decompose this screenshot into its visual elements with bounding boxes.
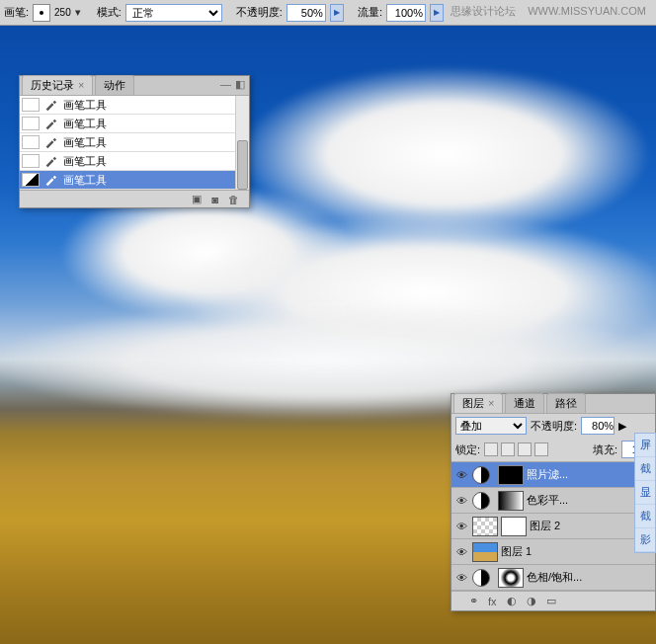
adjustment-icon [472, 466, 490, 484]
dropdown-item[interactable]: 截 [635, 505, 655, 528]
history-item[interactable]: 画笔工具 [20, 115, 249, 133]
opacity-label: 不透明度: [236, 5, 283, 20]
mode-label: 模式: [97, 5, 122, 20]
link-icon[interactable]: ⚭ [469, 595, 478, 607]
panel-minimize-icon[interactable]: — [220, 78, 231, 91]
history-checkbox[interactable] [22, 154, 40, 168]
layer-thumb[interactable] [472, 542, 498, 562]
brush-icon [41, 173, 59, 187]
fill-label: 填充: [593, 443, 617, 457]
brush-icon [41, 98, 59, 112]
history-checkbox[interactable] [22, 98, 40, 112]
history-item-label: 画笔工具 [59, 117, 107, 131]
tab-paths[interactable]: 路径 [546, 393, 586, 413]
layers-lock-row: 锁定: 填充: [451, 438, 655, 462]
lock-pixels-icon[interactable] [501, 443, 515, 456]
history-scrollbar[interactable] [235, 96, 249, 190]
dropdown-item[interactable]: 影 [635, 528, 655, 552]
layer-mask-thumb[interactable] [498, 465, 524, 485]
history-item[interactable]: 画笔工具 [20, 133, 249, 152]
blend-mode-select[interactable]: 叠加 [455, 417, 527, 435]
visibility-icon[interactable]: 👁 [453, 546, 469, 558]
brush-icon [41, 135, 59, 149]
watermark: 思缘设计论坛WWW.MISSYUAN.COM [451, 4, 646, 19]
layer-thumb[interactable] [472, 517, 498, 536]
history-footer: ▣ ◙ 🗑 [20, 190, 249, 207]
history-item[interactable]: 画笔工具 [20, 152, 249, 171]
layer-mask-thumb[interactable] [501, 517, 527, 536]
snapshot-icon[interactable]: ▣ [192, 193, 202, 205]
folder-icon[interactable]: ▭ [546, 595, 556, 607]
layer-row[interactable]: 👁 照片滤... [451, 462, 655, 488]
layer-opacity-label: 不透明度: [531, 419, 577, 434]
layer-row[interactable]: 👁 图层 2 [451, 514, 655, 539]
history-list: 画笔工具 画笔工具 画笔工具 画笔工具 画笔工具 [20, 96, 249, 190]
lock-transparency-icon[interactable] [484, 443, 498, 456]
history-item-label: 画笔工具 [59, 154, 107, 169]
history-item[interactable]: 画笔工具 [20, 96, 249, 115]
tab-channels[interactable]: 通道 [505, 393, 544, 413]
visibility-icon[interactable]: 👁 [453, 469, 469, 481]
panel-close-icon[interactable]: ◧ [235, 78, 245, 91]
history-item-label: 画笔工具 [59, 173, 107, 188]
history-item[interactable]: 画笔工具 [20, 171, 249, 190]
side-dropdown: 屏 截 显 截 影 [634, 433, 656, 553]
history-tabs: 历史记录× 动作 —◧ [20, 76, 249, 96]
visibility-icon[interactable]: 👁 [453, 521, 469, 532]
layer-mask-thumb[interactable] [498, 491, 524, 511]
mode-select[interactable]: 正常 [125, 4, 222, 22]
camera-icon[interactable]: ◙ [211, 194, 218, 205]
layer-name[interactable]: 图层 1 [501, 544, 653, 559]
layer-name[interactable]: 色相/饱和... [527, 570, 653, 585]
brush-icon [41, 117, 59, 130]
adjustment-icon [472, 492, 490, 510]
lock-position-icon[interactable] [518, 443, 532, 456]
opacity-arrow-icon[interactable]: ▶ [618, 420, 626, 433]
history-item-label: 画笔工具 [59, 98, 107, 113]
layers-blend-row: 叠加 不透明度: ▶ [451, 414, 655, 438]
history-checkbox[interactable] [22, 117, 40, 130]
tab-actions[interactable]: 动作 [95, 75, 134, 95]
layers-panel: 图层× 通道 路径 叠加 不透明度: ▶ 锁定: 填充: 👁 照片滤... 👁 [451, 393, 656, 611]
lock-label: 锁定: [455, 443, 480, 457]
flow-input[interactable] [386, 4, 426, 22]
adjustment-layer-icon[interactable]: ◑ [527, 595, 536, 607]
fx-icon[interactable]: fx [488, 596, 497, 607]
brush-label: 画笔: [4, 5, 29, 20]
layers-list: 👁 照片滤... 👁 色彩平... 👁 图层 2 👁 图层 1 👁 [451, 462, 655, 591]
history-item-label: 画笔工具 [59, 135, 107, 150]
layer-opacity-input[interactable] [581, 417, 615, 435]
lock-all-icon[interactable] [534, 443, 548, 456]
trash-icon[interactable]: 🗑 [228, 194, 239, 205]
flow-label: 流量: [358, 5, 382, 20]
brush-dropdown-icon[interactable]: ▾ [75, 6, 83, 19]
history-panel: 历史记录× 动作 —◧ 画笔工具 画笔工具 画笔工具 画笔工具 画笔工具 [19, 75, 250, 208]
tab-history[interactable]: 历史记录× [22, 75, 93, 95]
brush-icon [41, 154, 59, 168]
layers-footer: ⚭ fx ◐ ◑ ▭ [451, 591, 655, 610]
mask-icon[interactable]: ◐ [507, 595, 517, 607]
dropdown-item[interactable]: 显 [635, 481, 655, 505]
opacity-input[interactable] [287, 4, 326, 22]
layer-row[interactable]: 👁 图层 1 [451, 539, 655, 565]
history-checkbox[interactable] [22, 135, 40, 149]
tab-layers[interactable]: 图层× [453, 393, 503, 413]
layer-row[interactable]: 👁 色相/饱和... [451, 565, 655, 591]
visibility-icon[interactable]: 👁 [453, 495, 469, 507]
flow-arrow-icon[interactable]: ▶ [430, 4, 444, 22]
opacity-arrow-icon[interactable]: ▶ [330, 4, 344, 22]
visibility-icon[interactable]: 👁 [453, 572, 469, 584]
layers-tabs: 图层× 通道 路径 [451, 394, 655, 414]
brush-preview[interactable] [33, 4, 50, 22]
history-checkbox[interactable] [22, 173, 40, 187]
scrollbar-thumb[interactable] [237, 140, 248, 190]
layer-mask-thumb[interactable] [498, 568, 524, 588]
adjustment-icon [472, 569, 490, 587]
layer-row[interactable]: 👁 色彩平... [451, 488, 655, 514]
dropdown-item[interactable]: 屏 [635, 434, 655, 457]
brush-size-value: 250 [54, 7, 71, 18]
dropdown-item[interactable]: 截 [635, 457, 655, 481]
